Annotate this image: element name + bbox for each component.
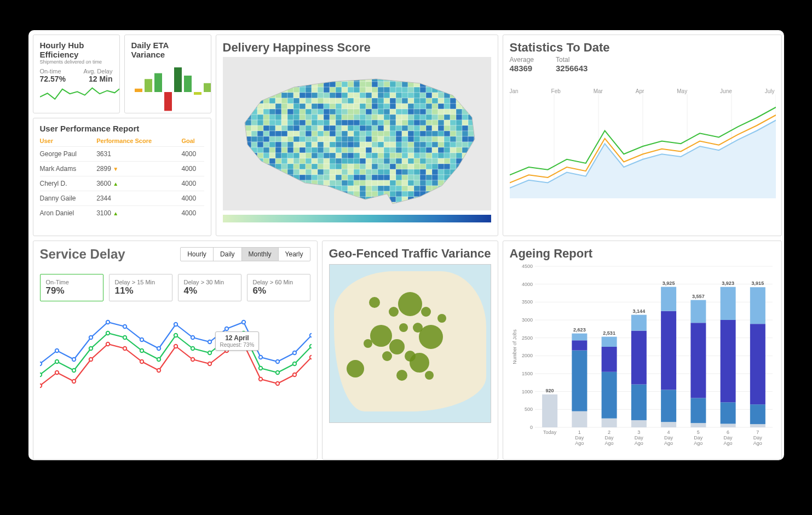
svg-rect-346 bbox=[342, 120, 348, 125]
svg-rect-661 bbox=[312, 164, 318, 169]
svg-text:4: 4 bbox=[667, 430, 670, 435]
svg-rect-837 bbox=[408, 186, 414, 191]
svg-rect-597 bbox=[408, 153, 414, 158]
metric-card[interactable]: Delay > 60 Min6% bbox=[247, 274, 310, 301]
svg-rect-657 bbox=[287, 164, 293, 169]
svg-rect-176 bbox=[281, 98, 287, 104]
traffic-bubble[interactable] bbox=[399, 323, 408, 332]
svg-rect-276 bbox=[402, 109, 408, 115]
geo-bubble-map[interactable] bbox=[329, 264, 491, 423]
table-row[interactable]: Aron Daniel3100 ▲4000 bbox=[40, 206, 204, 221]
svg-point-993 bbox=[309, 334, 311, 337]
svg-rect-465 bbox=[336, 136, 342, 142]
segment-hourly[interactable]: Hourly bbox=[181, 248, 213, 261]
svg-rect-519 bbox=[420, 142, 426, 147]
svg-rect-754 bbox=[390, 175, 396, 180]
svg-rect-629 bbox=[360, 158, 366, 164]
svg-rect-602 bbox=[438, 153, 444, 158]
svg-rect-229 bbox=[360, 104, 366, 109]
svg-rect-793 bbox=[384, 180, 390, 186]
metric-card[interactable]: On-Time79% bbox=[40, 274, 103, 301]
traffic-bubble[interactable] bbox=[364, 339, 372, 348]
svg-rect-514 bbox=[390, 142, 396, 147]
traffic-bubble[interactable] bbox=[425, 371, 434, 380]
svg-rect-798 bbox=[414, 180, 420, 186]
col-goal[interactable]: Goal bbox=[181, 135, 204, 147]
svg-rect-668 bbox=[354, 164, 360, 169]
svg-text:3,557: 3,557 bbox=[692, 294, 705, 299]
svg-rect-190 bbox=[366, 98, 372, 104]
metric-label: Delay > 60 Min bbox=[253, 279, 304, 285]
svg-text:2000: 2000 bbox=[521, 353, 532, 358]
svg-rect-679 bbox=[420, 164, 426, 169]
us-choropleth[interactable] bbox=[223, 57, 491, 210]
svg-rect-222 bbox=[318, 104, 324, 109]
svg-point-1007 bbox=[258, 367, 262, 370]
svg-rect-671 bbox=[372, 164, 378, 169]
svg-rect-656 bbox=[281, 164, 287, 169]
svg-rect-544 bbox=[330, 147, 336, 153]
svg-text:Day: Day bbox=[694, 435, 703, 440]
segment-monthly[interactable]: Monthly bbox=[241, 248, 278, 261]
svg-rect-228 bbox=[354, 104, 360, 109]
svg-point-1011 bbox=[40, 384, 42, 387]
cell-goal: 4000 bbox=[181, 147, 204, 162]
svg-rect-267 bbox=[348, 109, 354, 115]
traffic-bubble[interactable] bbox=[405, 351, 416, 362]
svg-rect-497 bbox=[287, 142, 293, 147]
col-user[interactable]: User bbox=[40, 135, 97, 147]
traffic-bubble[interactable] bbox=[389, 339, 405, 354]
tot-value: 3256643 bbox=[556, 64, 588, 73]
svg-rect-67 bbox=[348, 82, 354, 87]
svg-rect-114 bbox=[390, 87, 396, 93]
svg-rect-218 bbox=[293, 104, 300, 109]
svg-rect-414 bbox=[269, 131, 275, 136]
svg-rect-385 bbox=[336, 125, 342, 131]
svg-text:Ago: Ago bbox=[753, 440, 762, 446]
metric-card[interactable]: Delay > 30 Min4% bbox=[178, 274, 241, 301]
card-title: User Performance Report bbox=[40, 124, 204, 133]
svg-rect-509 bbox=[360, 142, 366, 147]
svg-point-986 bbox=[191, 336, 194, 339]
svg-rect-433 bbox=[384, 131, 390, 136]
cell-goal: 4000 bbox=[181, 176, 204, 191]
svg-rect-426 bbox=[342, 131, 348, 136]
svg-rect-370 bbox=[245, 125, 251, 131]
svg-rect-740 bbox=[306, 175, 312, 180]
svg-rect-256 bbox=[281, 109, 287, 115]
col-score[interactable]: Performance Score bbox=[96, 135, 181, 147]
traffic-bubble[interactable] bbox=[398, 292, 422, 316]
svg-rect-298 bbox=[293, 115, 300, 120]
svg-rect-760 bbox=[426, 175, 432, 180]
svg-rect-239 bbox=[420, 104, 426, 109]
traffic-bubble[interactable] bbox=[347, 360, 364, 377]
table-row[interactable]: Mark Adams2899 ▼4000 bbox=[40, 162, 204, 176]
svg-text:920: 920 bbox=[545, 388, 554, 393]
cell-user: Danny Gaile bbox=[40, 191, 97, 206]
svg-rect-532 bbox=[257, 147, 263, 153]
metric-value: 4% bbox=[184, 285, 235, 296]
svg-rect-306 bbox=[342, 115, 348, 120]
traffic-bubble[interactable] bbox=[369, 297, 380, 308]
svg-rect-583 bbox=[324, 153, 330, 158]
segment-yearly[interactable]: Yearly bbox=[278, 248, 310, 261]
table-row[interactable]: Danny Gaile23444000 bbox=[40, 191, 204, 206]
svg-rect-525 bbox=[456, 142, 462, 147]
svg-rect-159 bbox=[420, 93, 426, 98]
service-delay-chart[interactable] bbox=[40, 305, 312, 414]
svg-rect-710 bbox=[366, 169, 372, 175]
svg-rect-285 bbox=[456, 109, 462, 115]
segment-daily[interactable]: Daily bbox=[213, 248, 241, 261]
traffic-bubble[interactable] bbox=[370, 325, 392, 347]
traffic-bubble[interactable] bbox=[396, 370, 407, 381]
svg-rect-871 bbox=[372, 191, 378, 197]
metric-card[interactable]: Delay > 15 Min11% bbox=[109, 274, 172, 301]
svg-rect-404 bbox=[450, 125, 456, 131]
table-row[interactable]: George Paul36314000 bbox=[40, 147, 204, 162]
svg-rect-237 bbox=[408, 104, 414, 109]
svg-rect-234 bbox=[390, 104, 396, 109]
time-segment[interactable]: HourlyDailyMonthlyYearly bbox=[180, 247, 310, 261]
table-row[interactable]: Cheryl D.3600 ▲4000 bbox=[40, 176, 204, 191]
svg-rect-473 bbox=[384, 136, 390, 142]
svg-rect-352 bbox=[378, 120, 384, 125]
